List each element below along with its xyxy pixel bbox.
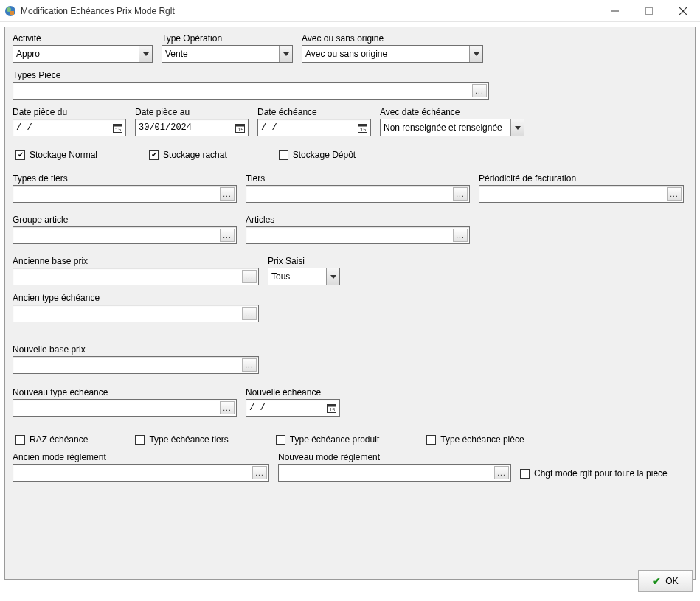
- svg-text:15: 15: [238, 127, 243, 133]
- stockage-normal-checkbox[interactable]: ✔ Stockage Normal: [15, 150, 97, 160]
- label-types-piece: Types Pièce: [13, 70, 489, 80]
- groupe-article-input[interactable]: ...: [13, 226, 237, 244]
- ok-label: OK: [665, 576, 678, 586]
- type-echeance-tiers-checkbox[interactable]: Type échéance tiers: [135, 434, 228, 445]
- stockage-normal-label: Stockage Normal: [30, 150, 97, 160]
- calendar-icon[interactable]: 15: [325, 401, 338, 414]
- activite-value: Appro: [16, 49, 40, 59]
- types-tiers-input[interactable]: ...: [13, 185, 237, 203]
- periodicite-input[interactable]: ...: [479, 185, 684, 203]
- dropdown-icon: [510, 119, 524, 136]
- label-avec-date-echeance: Avec date échéance: [380, 107, 524, 117]
- origine-dropdown[interactable]: Avec ou sans origine: [302, 45, 483, 63]
- ellipsis-icon[interactable]: ...: [494, 466, 509, 479]
- date-du-value: / /: [16, 122, 32, 133]
- ancien-mode-reglement-input[interactable]: ...: [13, 464, 269, 482]
- ancienne-base-prix-input[interactable]: ...: [13, 268, 259, 285]
- dropdown-icon: [279, 46, 292, 62]
- label-nouveau-type-echeance: Nouveau type échéance: [13, 387, 237, 397]
- checkbox-icon: [15, 435, 25, 445]
- types-piece-input[interactable]: ...: [13, 82, 489, 100]
- stockage-rachat-label: Stockage rachat: [163, 150, 227, 160]
- dropdown-icon: [469, 46, 482, 62]
- calendar-icon[interactable]: 15: [111, 121, 124, 134]
- ellipsis-icon[interactable]: ...: [453, 229, 468, 242]
- calendar-icon[interactable]: 15: [356, 121, 369, 134]
- nouveau-mode-reglement-input[interactable]: ...: [278, 464, 511, 482]
- avec-date-echeance-dropdown[interactable]: Non renseignée et renseignée: [380, 119, 524, 136]
- stockage-depot-label: Stockage Dépôt: [293, 150, 356, 160]
- label-tiers: Tiers: [246, 173, 470, 184]
- stockage-rachat-checkbox[interactable]: ✔ Stockage rachat: [149, 150, 227, 160]
- ok-button[interactable]: ✔ OK: [638, 570, 693, 592]
- svg-text:15: 15: [115, 127, 121, 133]
- svg-text:15: 15: [360, 127, 366, 133]
- type-echeance-produit-checkbox[interactable]: Type échéance produit: [276, 434, 379, 445]
- main-panel: Activité Appro Type Opération Vente Avec…: [4, 27, 696, 580]
- checkbox-icon: [279, 150, 288, 160]
- close-button[interactable]: [666, 0, 700, 22]
- type-operation-value: Vente: [165, 49, 188, 59]
- checkbox-icon: [520, 469, 530, 479]
- label-groupe-article: Groupe article: [13, 215, 237, 225]
- checkbox-icon: [135, 435, 145, 445]
- nouveau-type-echeance-input[interactable]: ...: [13, 399, 237, 417]
- label-nouvelle-echeance: Nouvelle échéance: [246, 387, 340, 397]
- checkbox-icon: ✔: [15, 150, 25, 160]
- title-bar: Modification Echéances Prix Mode Rglt: [0, 0, 700, 22]
- maximize-button[interactable]: [632, 0, 666, 22]
- nouvelle-base-prix-input[interactable]: ...: [13, 356, 259, 374]
- dropdown-icon: [326, 268, 339, 285]
- calendar-icon[interactable]: 15: [233, 121, 246, 134]
- ellipsis-icon[interactable]: ...: [220, 401, 235, 414]
- label-types-tiers: Types de tiers: [13, 173, 237, 184]
- activite-dropdown[interactable]: Appro: [13, 45, 153, 63]
- type-echeance-tiers-label: Type échéance tiers: [149, 434, 228, 445]
- label-date-echeance: Date échéance: [257, 107, 371, 117]
- date-piece-du-input[interactable]: / / 15: [13, 119, 126, 136]
- origine-value: Avec ou sans origine: [305, 49, 387, 59]
- label-ancien-mode-reglement: Ancien mode règlement: [13, 452, 269, 462]
- date-au-value: 30/01/2024: [139, 122, 192, 133]
- ellipsis-icon[interactable]: ...: [472, 84, 487, 97]
- label-type-operation: Type Opération: [162, 33, 293, 44]
- svg-rect-4: [646, 7, 653, 14]
- ellipsis-icon[interactable]: ...: [453, 187, 468, 201]
- label-ancien-type-echeance: Ancien type échéance: [13, 293, 259, 303]
- prix-saisi-dropdown[interactable]: Tous: [268, 268, 340, 285]
- ellipsis-icon[interactable]: ...: [220, 229, 235, 242]
- ellipsis-icon[interactable]: ...: [242, 307, 257, 320]
- ellipsis-icon[interactable]: ...: [667, 187, 682, 201]
- date-piece-au-input[interactable]: 30/01/2024 15: [135, 119, 249, 136]
- svg-text:15: 15: [329, 407, 335, 413]
- check-icon: ✔: [652, 575, 661, 587]
- type-echeance-piece-label: Type échéance pièce: [440, 434, 524, 445]
- chgt-mode-rglt-checkbox[interactable]: Chgt mode rglt pour toute la pièce: [520, 468, 668, 479]
- tiers-input[interactable]: ...: [246, 185, 470, 203]
- label-ancienne-base-prix: Ancienne base prix: [13, 256, 259, 266]
- label-date-au: Date pièce au: [135, 107, 249, 117]
- ellipsis-icon[interactable]: ...: [220, 187, 235, 201]
- nouvelle-echeance-input[interactable]: / / 15: [246, 399, 340, 417]
- type-operation-dropdown[interactable]: Vente: [162, 45, 293, 63]
- ellipsis-icon[interactable]: ...: [242, 270, 257, 283]
- ellipsis-icon[interactable]: ...: [252, 466, 267, 479]
- app-icon: [4, 5, 16, 17]
- type-echeance-piece-checkbox[interactable]: Type échéance pièce: [426, 434, 524, 445]
- dropdown-icon: [139, 46, 152, 62]
- minimize-button[interactable]: [598, 0, 632, 22]
- label-origine: Avec ou sans origine: [302, 33, 483, 44]
- date-echeance-input[interactable]: / / 15: [257, 119, 371, 136]
- stockage-depot-checkbox[interactable]: Stockage Dépôt: [279, 150, 356, 160]
- label-date-du: Date pièce du: [13, 107, 126, 117]
- date-echeance-value: / /: [261, 122, 277, 133]
- raz-echeance-checkbox[interactable]: RAZ échéance: [15, 434, 88, 445]
- ancien-type-echeance-input[interactable]: ...: [13, 305, 259, 322]
- checkbox-icon: [426, 435, 436, 445]
- articles-input[interactable]: ...: [246, 226, 470, 244]
- label-nouvelle-base-prix: Nouvelle base prix: [13, 344, 259, 355]
- svg-rect-2: [10, 11, 14, 15]
- avec-date-echeance-value: Non renseignée et renseignée: [384, 122, 502, 133]
- raz-echeance-label: RAZ échéance: [30, 434, 88, 445]
- ellipsis-icon[interactable]: ...: [242, 358, 257, 372]
